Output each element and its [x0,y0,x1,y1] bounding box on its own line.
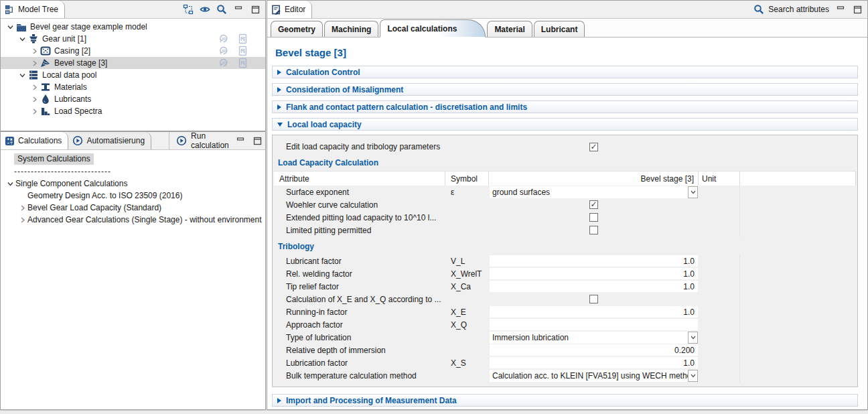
checkbox[interactable] [589,213,598,222]
tree-item-single-component[interactable]: Single Component Calculations [1,178,265,190]
chevron-right-icon[interactable] [17,202,27,213]
tree-item-gear-unit[interactable]: Gear unit [1] 3D R [1,33,265,45]
chevron-down-icon[interactable] [688,332,698,344]
value-dropdown[interactable]: ground surfaces [490,186,698,198]
value-dropdown[interactable]: Calculation acc. to KLEIN [FVA519] using… [490,370,698,382]
run-calculation-button[interactable]: Run calculation [169,132,236,149]
attribute-label: Lubricant factor [274,257,445,266]
symbol-label: X_Ca [445,282,489,291]
3d-view-icon[interactable]: 3D [218,46,230,56]
search-icon[interactable] [216,4,227,15]
section-label: Calculation Control [286,68,360,77]
3d-view-icon[interactable]: 3D [218,33,230,44]
chevron-down-icon[interactable] [5,178,15,189]
chevron-right-icon[interactable] [17,214,27,225]
minimize-icon[interactable] [835,4,846,15]
section-local-load-capacity[interactable]: Local load capacity [272,118,858,131]
section-consideration-of-misalignment[interactable]: Consideration of Misalignment [272,83,858,96]
lubricants-icon [40,94,51,105]
3d-view-icon[interactable]: 3D [218,58,230,68]
chevron-right-icon[interactable] [29,94,40,105]
tab-calculations[interactable]: Calculations [1,132,68,149]
checkbox[interactable] [589,143,598,151]
chevron-right-icon[interactable] [29,46,40,56]
checkbox[interactable] [589,226,598,234]
calculator-icon [5,136,15,146]
minimize-icon[interactable] [236,135,246,146]
tree-item-label: Local data pool [42,70,96,80]
tab-automatisierung[interactable]: Automatisierung [68,132,151,149]
tree-item-local-data-pool[interactable]: Local data pool [1,69,265,81]
attribute-label: Rel. welding factor [274,269,445,279]
chevron-down-icon[interactable] [688,370,698,382]
maximize-icon[interactable] [250,4,261,15]
tab-machining[interactable]: Machining [324,21,378,37]
tree-item-load-spectra[interactable]: Load Spectra [1,105,265,117]
tree-item-geometry-design[interactable]: Geometry Design Acc. to ISO 23509 (2016) [1,190,265,202]
chevron-right-icon[interactable] [29,106,40,117]
tab-lubricant[interactable]: Lubricant [534,21,585,37]
tab-editor[interactable]: Editor [267,1,312,18]
report-icon[interactable]: R [238,33,248,44]
search-attributes[interactable]: Search attributes [753,4,829,15]
value-input[interactable]: 1.0 [490,281,698,292]
svg-text:3D: 3D [222,61,226,65]
value-input[interactable]: 1.0 [490,306,698,318]
symbol-label: X_WrelT [445,269,489,279]
chevron-right-icon[interactable] [29,82,40,92]
tab-material[interactable]: Material [487,21,532,37]
tab-geometry[interactable]: Geometry [271,21,323,37]
chevron-down-icon [277,123,283,127]
bottom-strip [0,410,868,414]
local-load-capacity-body: Edit load capacity and tribology paramet… [272,135,858,387]
value-dropdown[interactable]: Immersion lubrication [490,332,698,344]
attribute-label: Type of lubrication [274,333,445,342]
maximize-icon[interactable] [852,4,863,15]
checkbox[interactable] [589,200,598,209]
eye-icon[interactable] [200,4,210,15]
chevron-down-icon[interactable] [17,33,27,44]
panel-divider [266,0,267,410]
value-input[interactable]: 1.0 [490,255,698,267]
table-header-row: Attribute Symbol Bevel stage [3] Unit [274,171,856,186]
value-input[interactable]: 0.200 [490,344,698,356]
value-input[interactable]: 1.0 [490,268,698,279]
calculations-header: Calculations Automatisierung Run calcula… [1,132,265,150]
tree-item-lubricants[interactable]: Lubricants [1,93,265,105]
chevron-down-icon[interactable] [688,186,698,198]
calculations-list: System Calculations --------------------… [1,150,265,226]
report-icon[interactable]: R [238,46,248,56]
casing-icon [40,46,51,56]
tree-item-model[interactable]: Bevel gear stage example model [1,21,265,33]
list-item-system-calculations[interactable]: System Calculations [14,153,94,165]
chevron-down-icon[interactable] [5,21,15,32]
tree-item-bevel-stage[interactable]: Bevel stage [3] 3D R [1,57,265,69]
tree-item-casing[interactable]: Casing [2] 3D R [1,45,265,57]
table-row: Lubricant factor V_L 1.0 [274,255,856,267]
chevron-down-icon[interactable] [17,70,27,80]
tab-model-tree[interactable]: Model Tree [1,1,65,18]
section-calculation-control[interactable]: Calculation Control [272,66,858,78]
attribute-label: Surface exponent [274,188,445,197]
section-flank-and-contact-pattern[interactable]: Flank and contact pattern calculation - … [272,100,858,113]
tree-item-bevel-load-capacity[interactable]: Bevel Gear Load Capacity (Standard) [1,202,265,214]
chevron-right-icon[interactable] [29,58,40,68]
symbol-label: X_S [445,358,489,368]
tree-structure-icon[interactable] [183,4,194,15]
chevron-right-icon [277,87,281,92]
tree-item-advanced-gear-calcs[interactable]: Advanced Gear Calculations (Single Stage… [1,214,265,226]
load-spectra-icon [40,106,51,117]
gear-unit-icon [27,33,39,44]
value-input[interactable] [490,319,698,330]
minimize-icon[interactable] [233,4,244,15]
play-icon [176,135,187,146]
value-input[interactable]: 1.0 [490,357,698,368]
section-import-measurement-data[interactable]: Import and Processing of Measurement Dat… [272,394,858,407]
checkbox[interactable] [589,295,598,303]
maximize-icon[interactable] [252,135,263,146]
table-row: Calculation of X_E and X_Q according to … [274,293,856,305]
tree-item-label: Materials [54,82,87,92]
report-icon[interactable]: R [238,58,248,68]
tab-local-calculations[interactable]: Local calculations [380,19,486,38]
tree-item-materials[interactable]: Materials [1,81,265,93]
